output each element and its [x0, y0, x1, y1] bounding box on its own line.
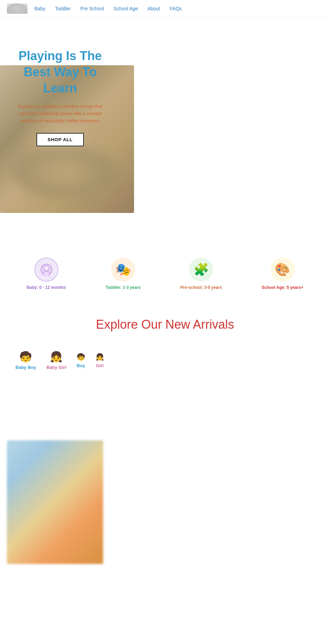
- site-logo[interactable]: [7, 3, 28, 14]
- hero-title: Playing Is The Best Way To Learn: [14, 48, 107, 96]
- hero-text: Playing Is The Best Way To Learn Explore…: [0, 38, 120, 223]
- age-categories-section: Baby: 0 - 12 months 🎭 Toddler: 1-3 years…: [0, 244, 330, 304]
- baby-boy-tab[interactable]: 🧒 Baby Boy: [14, 349, 38, 372]
- new-arrivals-title: Explore Our New Arrivals: [7, 317, 323, 332]
- nav-toddler[interactable]: Toddler: [55, 6, 71, 11]
- nav-faqs[interactable]: FAQs: [170, 6, 182, 11]
- svg-point-2: [43, 271, 50, 276]
- age-item-toddler[interactable]: 🎭 Toddler: 1-3 years: [106, 258, 141, 290]
- navbar: Baby Toddler Pre School School Age About…: [0, 0, 330, 17]
- baby-boy-icon: 🧒: [19, 351, 32, 363]
- product-image: [7, 440, 103, 564]
- age-item-baby[interactable]: Baby: 0 - 12 months: [27, 258, 66, 290]
- boy-mini-icons: 🧒: [77, 353, 85, 361]
- age-item-schoolage[interactable]: 🎨 School Age: 5 years+: [262, 258, 303, 290]
- girl-mini-icons: 👧: [96, 353, 104, 361]
- hero-section: Playing Is The Best Way To Learn Explore…: [0, 17, 330, 223]
- age-item-preschool[interactable]: 🧩 Pre-school: 3-5 years: [180, 258, 222, 290]
- toddler-age-icon: 🎭: [111, 258, 135, 282]
- nav-schoolage[interactable]: School Age: [113, 6, 138, 11]
- preschool-age-label: Pre-school: 3-5 years: [180, 285, 222, 290]
- boy-label: Boy: [77, 363, 85, 368]
- nav-baby[interactable]: Baby: [34, 6, 45, 11]
- nav-preschool[interactable]: Pre School: [80, 6, 104, 11]
- new-arrivals-section: Explore Our New Arrivals 🧒 Baby Boy 👧 Ba…: [0, 304, 330, 385]
- baby-age-label: Baby: 0 - 12 months: [27, 285, 66, 290]
- nav-links: Baby Toddler Pre School School Age About…: [34, 5, 182, 12]
- nav-about[interactable]: About: [147, 6, 160, 11]
- product-section: [0, 406, 330, 571]
- toddler-age-label: Toddler: 1-3 years: [106, 285, 141, 290]
- baby-girl-icon: 👧: [50, 351, 63, 363]
- gender-tabs: 🧒 Baby Boy 👧 Baby Girl 🧒 Boy 👧 Girl: [7, 349, 323, 379]
- hero-subtitle: Explore our beautiful collection of toys…: [14, 103, 107, 124]
- boy-tab[interactable]: 🧒 Boy: [75, 351, 87, 370]
- baby-age-icon: [34, 258, 58, 282]
- schoolage-age-icon: 🎨: [271, 258, 295, 282]
- svg-point-1: [44, 266, 49, 271]
- preschool-age-icon: 🧩: [189, 258, 213, 282]
- baby-boy-label: Baby Boy: [15, 365, 36, 370]
- shop-all-button[interactable]: SHOP ALL: [36, 133, 84, 146]
- baby-girl-label: Baby Girl: [46, 365, 66, 370]
- girl-label: Girl: [96, 363, 103, 368]
- schoolage-age-label: School Age: 5 years+: [262, 285, 303, 290]
- girl-tab[interactable]: 👧 Girl: [94, 351, 106, 370]
- baby-girl-tab[interactable]: 👧 Baby Girl: [45, 349, 68, 372]
